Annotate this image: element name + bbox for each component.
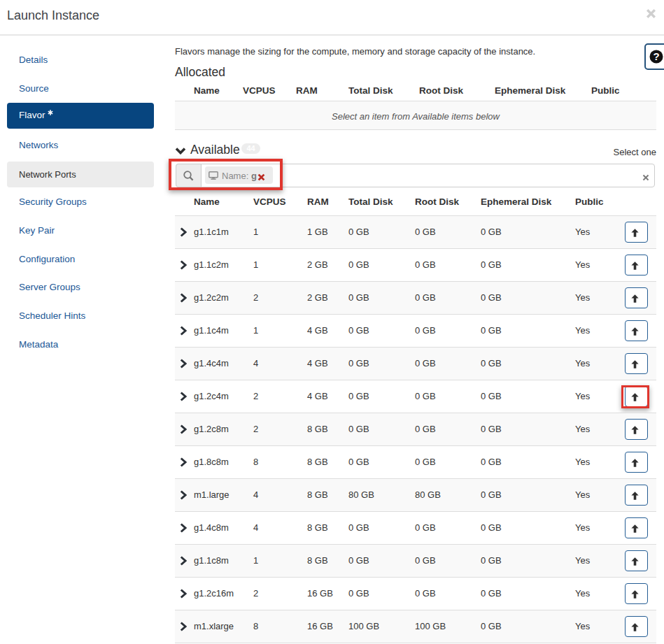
svg-text:?: ? (653, 50, 659, 62)
